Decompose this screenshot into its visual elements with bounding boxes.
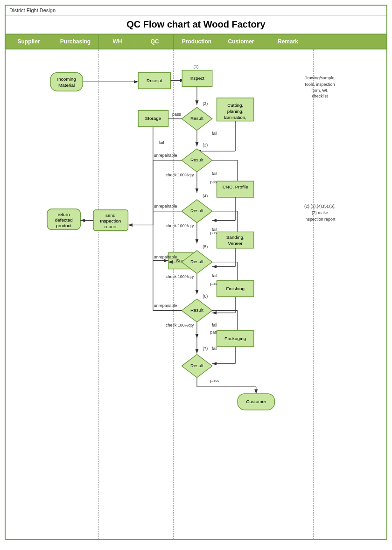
header-qc: QC	[136, 35, 174, 49]
body-area: Incoming Material Receipt (1) Inspect (2…	[6, 49, 386, 539]
header-wh: WH	[99, 35, 136, 49]
outer-container: District Eight Design QC Flow chart at W…	[5, 5, 387, 540]
svg-text:form, WI,: form, WI,	[311, 88, 328, 93]
header-row: Supplier Purchasing WH QC Production Cus…	[6, 35, 386, 49]
header-customer: Customer	[220, 35, 262, 49]
header-supplier: Supplier	[6, 35, 52, 49]
col-qc	[136, 49, 174, 539]
header-purchasing: Purchasing	[52, 35, 99, 49]
col-supplier	[6, 49, 52, 539]
header-production: Production	[174, 35, 220, 49]
col-wh	[99, 49, 136, 539]
company-label: District Eight Design	[6, 6, 386, 15]
svg-text:(7) make: (7) make	[312, 210, 328, 215]
col-purchasing	[52, 49, 99, 539]
svg-text:checklist: checklist	[312, 94, 328, 98]
chart-title: QC Flow chart at Wood Factory	[6, 15, 386, 35]
header-remark: Remark	[262, 35, 314, 49]
col-remark	[262, 49, 314, 539]
col-customer	[220, 49, 262, 539]
col-production	[174, 49, 220, 539]
